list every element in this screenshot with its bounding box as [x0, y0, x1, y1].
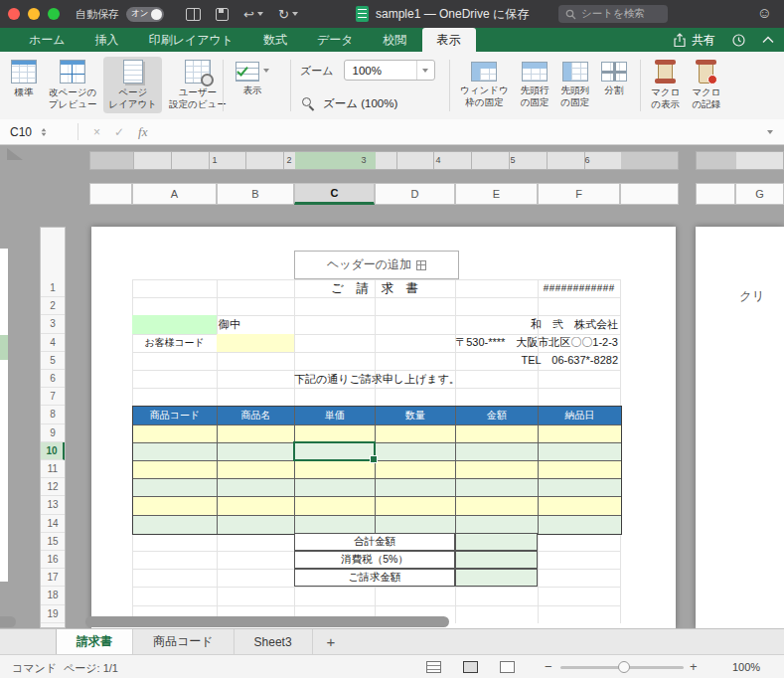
column-header-G[interactable]: G — [735, 183, 784, 205]
insert-function-button[interactable]: fx — [138, 124, 147, 140]
feedback-smiley-icon[interactable]: ☺ — [757, 4, 772, 21]
name-box[interactable]: C10 — [0, 119, 70, 144]
sheet-tab-請求書[interactable]: 請求書 — [56, 629, 133, 654]
zoom-slider[interactable] — [560, 666, 684, 669]
row-header-7[interactable]: 7 — [41, 388, 65, 406]
row-header-3[interactable]: 3 — [41, 315, 65, 333]
column-header-B[interactable]: B — [217, 183, 294, 205]
invoice-cell[interactable] — [376, 425, 456, 443]
column-header-D[interactable]: D — [375, 183, 455, 205]
zoom-percentage[interactable]: 100% — [732, 661, 760, 673]
row-header-8[interactable]: 8 — [41, 406, 65, 424]
row-header-19[interactable]: 19 — [41, 605, 65, 623]
invoice-cell[interactable] — [133, 443, 218, 461]
row-header-2[interactable]: 2 — [41, 297, 65, 315]
view-button-4[interactable]: ユーザー 設定のビュー — [164, 57, 232, 113]
confirm-entry-icon[interactable]: ✓ — [114, 125, 124, 139]
invoice-cell[interactable] — [295, 516, 376, 534]
formula-bar-expand-icon[interactable] — [767, 130, 773, 134]
invoice-cell[interactable] — [295, 497, 376, 515]
row-header-9[interactable]: 9 — [41, 424, 65, 442]
invoice-cell[interactable] — [539, 425, 621, 443]
invoice-cell[interactable] — [218, 425, 295, 443]
save-icon[interactable] — [216, 8, 229, 21]
macro-button-1[interactable]: マクロ の表示 — [646, 57, 685, 113]
invoice-cell[interactable] — [539, 461, 621, 479]
invoice-cell[interactable] — [539, 479, 621, 497]
zoom-slider-knob[interactable] — [618, 661, 630, 673]
ribbon-tab-表示[interactable]: 表示 — [422, 28, 476, 52]
invoice-cell[interactable] — [456, 425, 539, 443]
undo-button[interactable]: ↩ — [243, 7, 263, 22]
row-header-4[interactable]: 4 — [41, 334, 65, 352]
invoice-cell[interactable] — [133, 461, 218, 479]
ribbon-tab-校閲[interactable]: 校閲 — [369, 28, 422, 52]
row-header-1[interactable]: 1 — [41, 279, 65, 297]
invoice-cell[interactable] — [133, 425, 218, 443]
zoom-100-button[interactable]: ズーム (100%) — [302, 96, 397, 111]
invoice-cell[interactable] — [456, 479, 539, 497]
row-header-17[interactable]: 17 — [41, 569, 65, 587]
horizontal-scrollbar[interactable] — [85, 616, 449, 627]
row-header-13[interactable]: 13 — [41, 496, 65, 514]
horizontal-scrollbar-fragment[interactable] — [0, 616, 16, 627]
invoice-cell[interactable] — [133, 516, 218, 534]
invoice-cell[interactable] — [456, 516, 539, 534]
zoom-in-button[interactable]: + — [690, 659, 698, 674]
invoice-cell[interactable] — [133, 479, 218, 497]
invoice-cell[interactable] — [218, 461, 295, 479]
show-options-button[interactable]: 表示 — [231, 57, 274, 99]
horizontal-ruler[interactable]: 123456 — [89, 151, 679, 170]
add-header-placeholder[interactable]: ヘッダーの追加 — [294, 251, 459, 279]
customer-name-cell[interactable] — [132, 315, 217, 333]
column-header-C[interactable]: C — [294, 183, 375, 205]
fullscreen-button[interactable] — [48, 8, 60, 20]
invoice-cell[interactable] — [456, 497, 539, 515]
ribbon-tab-データ[interactable]: データ — [302, 28, 369, 52]
macro-button-2[interactable]: マクロ の記録 — [687, 57, 725, 113]
invoice-cell[interactable] — [218, 497, 295, 515]
invoice-cell[interactable] — [133, 497, 218, 515]
column-header-E[interactable]: E — [455, 183, 538, 205]
row-header-16[interactable]: 16 — [41, 551, 65, 569]
total-row-value-cell[interactable] — [455, 551, 538, 569]
invoice-cell[interactable] — [456, 461, 539, 479]
total-row-value-cell[interactable] — [455, 533, 538, 551]
normal-view-icon[interactable] — [426, 661, 441, 673]
name-box-stepper[interactable] — [42, 128, 47, 136]
invoice-cell[interactable] — [218, 516, 295, 534]
date-overflow-cell[interactable]: ############ — [538, 279, 620, 297]
zoom-combobox[interactable]: 100% — [344, 60, 435, 81]
customer-code-cell[interactable] — [217, 334, 294, 352]
invoice-cell[interactable] — [218, 443, 295, 461]
invoice-cell[interactable] — [376, 443, 456, 461]
row-header-12[interactable]: 12 — [41, 478, 65, 496]
column-header-F[interactable]: F — [538, 183, 620, 205]
redo-button[interactable]: ↻ — [278, 7, 298, 22]
invoice-cell[interactable] — [539, 497, 621, 515]
invoice-cell[interactable] — [539, 516, 621, 534]
row-header-18[interactable]: 18 — [41, 587, 65, 604]
row-header-10[interactable]: 10 — [41, 442, 65, 460]
view-button-3[interactable]: ページ レイアウト — [103, 57, 162, 113]
page-layout-view-icon[interactable] — [463, 661, 478, 673]
invoice-cell[interactable] — [376, 516, 456, 534]
window-button-2[interactable]: 先頭行 の固定 — [516, 57, 554, 111]
row-header-11[interactable]: 11 — [41, 460, 65, 478]
row-header-5[interactable]: 5 — [41, 352, 65, 370]
invoice-cell[interactable] — [539, 443, 621, 461]
view-button-2[interactable]: 改ページの プレビュー — [44, 57, 101, 113]
search-input[interactable]: シートを検索 — [558, 5, 668, 23]
history-icon[interactable] — [731, 33, 746, 48]
row-header-15[interactable]: 15 — [41, 533, 65, 551]
row-header-14[interactable]: 14 — [41, 515, 65, 533]
ribbon-tab-印刷レイアウト[interactable]: 印刷レイアウト — [134, 28, 248, 52]
cancel-entry-icon[interactable]: × — [93, 125, 100, 139]
formula-input[interactable] — [154, 119, 767, 144]
fill-handle[interactable] — [370, 455, 378, 463]
sheet-tab-商品コード[interactable]: 商品コード — [133, 629, 235, 654]
invoice-cell[interactable] — [295, 461, 376, 479]
minimize-button[interactable] — [28, 8, 40, 20]
horizontal-ruler-page2[interactable] — [696, 151, 784, 170]
autosave-toggle[interactable]: オン — [126, 7, 164, 22]
